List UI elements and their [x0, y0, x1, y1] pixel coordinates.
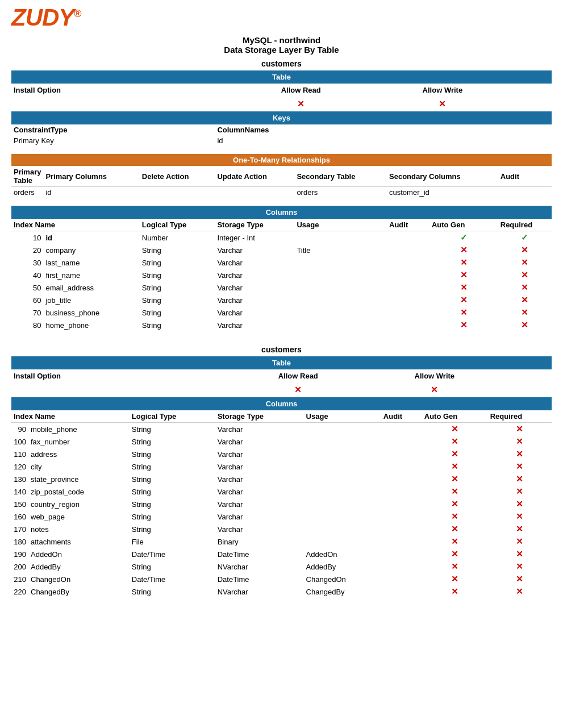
col-name: country_region: [28, 498, 130, 510]
col-storage: NVarchar: [215, 585, 304, 598]
col-index: 130: [11, 473, 28, 485]
col-logical: String: [140, 281, 215, 294]
primary-key-row: Primary Key id: [11, 135, 552, 146]
col-index: 220: [11, 585, 28, 598]
col-storage: Integer - Int: [215, 231, 294, 244]
col-required: ✕: [498, 294, 552, 306]
col-name: fax_number: [28, 435, 130, 448]
col-name: zip_postal_code: [28, 485, 130, 498]
col-audit: [381, 460, 422, 473]
primary-key-label: Primary Key: [11, 135, 215, 146]
section2-install-option-row: Install Option Allow Read Allow Write: [11, 369, 552, 382]
col-autogen: ✕: [422, 510, 488, 523]
col-usage: Title: [294, 244, 387, 256]
rel-data-row-0: orders id orders customer_id: [11, 187, 552, 198]
col-audit: [387, 306, 429, 319]
rel-primary-columns: id: [43, 187, 139, 198]
col-usage: [304, 448, 381, 460]
col-required: ✕: [488, 535, 552, 548]
col-logical: String: [130, 423, 215, 436]
col-logical: String: [130, 523, 215, 535]
col-audit: [387, 319, 429, 331]
section1-table: Table Install Option Allow Read Allow Wr…: [11, 70, 552, 331]
col-row-20: 20 company String Varchar Title ✕ ✕: [11, 244, 552, 256]
col-logical: String: [130, 460, 215, 473]
col-index: 140: [11, 485, 28, 498]
col-logical: String: [140, 244, 215, 256]
col-header-secondary-table: Secondary Table: [294, 166, 387, 187]
col-autogen: ✕: [429, 319, 498, 331]
rel-secondary-columns: customer_id: [387, 187, 498, 198]
col-required: ✕: [498, 256, 552, 269]
col-storage: Varchar: [215, 460, 304, 473]
s2-col-h-index-name: Index Name: [11, 410, 130, 423]
col-audit: [381, 498, 422, 510]
col-index: 80: [11, 319, 43, 331]
col-audit: [387, 281, 429, 294]
col-autogen: ✕: [429, 281, 498, 294]
col-autogen: ✕: [422, 435, 488, 448]
col-row-10: 10 id Number Integer - Int ✓ ✓: [11, 231, 552, 244]
col-index: 10: [11, 231, 43, 244]
logo: ZUDY®: [11, 6, 552, 30]
col-required: ✕: [488, 423, 552, 436]
col-header-delete-action: Delete Action: [140, 166, 215, 187]
col-h-required: Required: [498, 219, 552, 231]
col-row-80: 80 home_phone String Varchar ✕ ✕: [11, 319, 552, 331]
logo-area: ZUDY®: [11, 6, 552, 30]
col-usage: ChangedBy: [304, 585, 381, 598]
col-storage: DateTime: [215, 548, 304, 560]
col-logical: String: [130, 498, 215, 510]
col-storage: DateTime: [215, 573, 304, 585]
col-header-update-action: Update Action: [215, 166, 294, 187]
col-index: 160: [11, 510, 28, 523]
col-audit: [381, 448, 422, 460]
col-autogen: ✕: [422, 573, 488, 585]
col-required: ✕: [488, 460, 552, 473]
col-header-primary-columns: Primary Columns: [43, 166, 139, 187]
col-autogen: ✕: [429, 306, 498, 319]
col-autogen: ✕: [422, 448, 488, 460]
col-required: ✕: [488, 548, 552, 560]
col-name: address: [28, 448, 130, 460]
section2-allow-write-value: ✕: [381, 382, 488, 397]
col-storage: Varchar: [215, 244, 294, 256]
col-required: ✕: [488, 560, 552, 573]
col-required: ✕: [488, 585, 552, 598]
col-storage: Varchar: [215, 485, 304, 498]
col-required: ✓: [498, 231, 552, 244]
col-usage: [304, 423, 381, 436]
col-name: company: [43, 244, 139, 256]
section2-title: customers: [11, 345, 552, 354]
col-autogen: ✕: [422, 535, 488, 548]
allow-write-label: Allow Write: [387, 84, 498, 97]
col-storage: NVarchar: [215, 560, 304, 573]
col-audit: [381, 573, 422, 585]
col-storage: Varchar: [215, 473, 304, 485]
section2-allow-read-label: Allow Read: [215, 369, 381, 382]
col-storage: Varchar: [215, 510, 304, 523]
col-header-audit: Audit: [498, 166, 552, 187]
col-name: attachments: [28, 535, 130, 548]
col-usage: [304, 485, 381, 498]
install-option-values: ✕ ✕: [11, 97, 552, 111]
col-index: 50: [11, 281, 43, 294]
col-logical: Number: [140, 231, 215, 244]
col-name: business_phone: [43, 306, 139, 319]
col-autogen: ✕: [422, 473, 488, 485]
col-row-150: 150 country_region String Varchar ✕ ✕: [11, 498, 552, 510]
col-autogen: ✕: [422, 523, 488, 535]
col-usage: [304, 473, 381, 485]
col-audit: [381, 535, 422, 548]
s2-col-h-required: Required: [488, 410, 552, 423]
col-name: AddedOn: [28, 548, 130, 560]
s2-col-h-usage: Usage: [304, 410, 381, 423]
col-name: home_phone: [43, 319, 139, 331]
col-required: ✕: [498, 281, 552, 294]
col-logical: String: [130, 435, 215, 448]
col-row-110: 110 address String Varchar ✕ ✕: [11, 448, 552, 460]
rel-update-action: [215, 187, 294, 198]
section1-title: customers: [11, 59, 552, 68]
col-required: ✕: [488, 473, 552, 485]
section2-table-section-header: Table: [11, 356, 552, 369]
